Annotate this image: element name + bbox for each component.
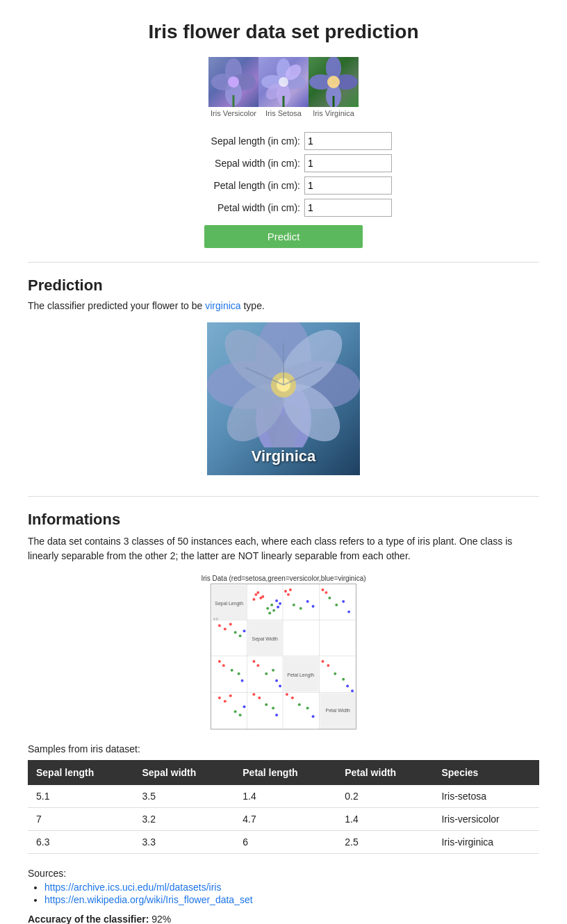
svg-point-111 [346,685,349,688]
source-link-1[interactable]: https://archive.ics.uci.edu/ml/datasets/… [44,882,221,893]
samples-label: Samples from iris dataset: [28,743,539,754]
table-row: 73.24.71.4Iris-versicolor [28,808,539,831]
sources-label: Sources: [28,868,539,879]
petal-length-input[interactable] [304,176,392,195]
virginica-name-overlay: Virginica [252,447,316,465]
virginica-label: Iris Virginica [309,107,359,118]
svg-text:4.0: 4.0 [213,618,218,621]
table-cell: 3.3 [134,831,235,854]
informations-title: Informations [28,511,539,529]
svg-point-102 [286,693,288,695]
table-cell: Iris-versicolor [433,808,539,831]
svg-point-63 [289,588,292,591]
table-row: 6.33.362.5Iris-virginica [28,831,539,854]
svg-point-64 [293,604,295,607]
petal-length-label: Petal length (in cm): [175,180,300,191]
table-cell: 1.4 [234,785,336,808]
table-cell: 7 [28,808,134,831]
scatter-title: Iris Data (red=setosa,green=versicolor,b… [201,575,365,582]
prediction-section: Prediction The classifier predicted your… [28,277,539,475]
svg-point-51 [256,591,259,594]
svg-point-67 [312,605,315,608]
svg-point-55 [270,604,273,607]
prediction-text: The classifier predicted your flower to … [28,300,539,311]
svg-point-89 [275,679,278,682]
setosa-label: Iris Setosa [258,107,309,118]
predict-button[interactable]: Predict [204,225,363,248]
prediction-title: Prediction [28,277,539,295]
svg-point-86 [256,664,259,667]
svg-point-68 [321,588,324,591]
svg-point-103 [291,696,294,699]
svg-point-84 [241,679,244,682]
col-sepal-width: Sepal width [134,760,235,785]
prediction-text-before: The classifier predicted your flower to … [28,300,205,311]
svg-point-104 [298,703,301,706]
svg-point-87 [265,673,268,675]
svg-point-90 [279,685,281,688]
svg-point-59 [279,602,281,605]
svg-point-75 [224,627,227,630]
svg-point-77 [234,631,237,634]
virginica-image-section: Virginica [28,322,539,475]
svg-point-81 [222,664,225,667]
svg-point-98 [258,696,261,699]
svg-point-49 [254,593,257,596]
scatter-plot-wrapper: Iris Data (red=setosa,green=versicolor,b… [201,575,365,729]
sepal-width-label: Sepal width (in cm): [175,158,300,169]
table-cell: 6.3 [28,831,134,854]
accuracy-value: 92% [151,914,171,924]
table-header-row: Sepal length Sepal width Petal length Pe… [28,760,539,785]
source-item-2: https://en.wikipedia.org/wiki/Iris_flowe… [44,894,539,905]
svg-point-94 [234,710,237,713]
table-cell: 4.7 [234,808,336,831]
svg-point-73 [347,611,350,613]
svg-point-12 [279,77,288,87]
sepal-length-row: Sepal length (in cm): [175,132,392,150]
sepal-length-input[interactable] [304,132,392,150]
svg-point-66 [306,600,309,603]
svg-point-106 [312,715,315,718]
table-cell: 5.1 [28,785,134,808]
svg-point-80 [218,660,221,663]
section-divider-2 [28,496,539,497]
svg-point-62 [287,593,290,596]
petal-length-row: Petal length (in cm): [175,176,392,195]
svg-text:Sepal Width: Sepal Width [252,636,278,642]
petal-width-input[interactable] [304,199,392,217]
svg-point-101 [275,713,278,716]
svg-point-88 [272,669,274,672]
svg-text:8.0: 8.0 [213,584,218,585]
table-cell: Iris-virginica [433,831,539,854]
svg-point-100 [272,707,274,709]
sepal-length-label: Sepal length (in cm): [175,135,300,147]
sepal-width-row: Sepal width (in cm): [175,154,392,172]
table-row: 5.13.51.40.2Iris-setosa [28,785,539,808]
table-cell: 0.2 [336,785,433,808]
prediction-form: Sepal length (in cm): Sepal width (in cm… [28,132,539,248]
prediction-text-after: type. [241,300,265,311]
svg-point-112 [351,690,354,693]
col-petal-width: Petal width [336,760,433,785]
svg-text:Sepal Length: Sepal Length [215,601,243,607]
col-sepal-length: Sepal length [28,760,134,785]
informations-description: The data set contains 3 classes of 50 in… [28,534,539,563]
svg-point-82 [231,669,233,672]
svg-text:Petal Length: Petal Length [287,673,314,678]
scatter-matrix-icon: Sepal Length Sepal Width Petal Length Pe… [211,584,356,729]
prediction-flower-link[interactable]: virginica [205,300,240,311]
svg-point-74 [218,624,221,627]
source-item-1: https://archive.ics.uci.edu/ml/datasets/… [44,882,539,893]
svg-point-70 [328,597,331,600]
svg-point-95 [239,713,242,716]
iris-images-section: Iris Versicolor Iris Setosa Iris Virgini… [28,57,539,118]
table-cell: 3.2 [134,808,235,831]
table-cell: 2.5 [336,831,433,854]
svg-point-78 [239,634,242,637]
source-link-2[interactable]: https://en.wikipedia.org/wiki/Iris_flowe… [44,894,253,905]
sepal-width-input[interactable] [304,154,392,172]
svg-point-79 [243,629,246,632]
accuracy-text: Accuracy of the classifier: 92% [28,914,539,924]
svg-point-85 [252,660,255,663]
svg-point-58 [275,600,278,602]
